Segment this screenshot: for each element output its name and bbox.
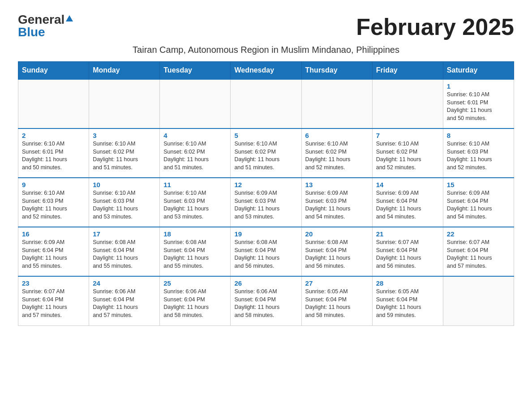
day-number: 1 [447,82,510,90]
logo-general-text: General [18,13,64,26]
calendar-cell: 21Sunrise: 6:07 AM Sunset: 6:04 PM Dayli… [372,227,443,276]
logo-blue-text: Blue [18,26,45,39]
day-number: 13 [305,181,369,188]
calendar-cell: 10Sunrise: 6:10 AM Sunset: 6:03 PM Dayli… [89,178,160,227]
col-thursday: Thursday [301,62,372,80]
day-info: Sunrise: 6:10 AM Sunset: 6:03 PM Dayligh… [163,189,227,221]
day-number: 12 [234,181,297,188]
day-info: Sunrise: 6:06 AM Sunset: 6:04 PM Dayligh… [163,288,227,319]
col-saturday: Saturday [443,62,514,80]
calendar-cell: 3Sunrise: 6:10 AM Sunset: 6:02 PM Daylig… [89,128,160,178]
calendar-cell: 22Sunrise: 6:07 AM Sunset: 6:04 PM Dayli… [443,227,514,276]
day-info: Sunrise: 6:08 AM Sunset: 6:04 PM Dayligh… [234,239,297,270]
day-info: Sunrise: 6:10 AM Sunset: 6:02 PM Dayligh… [234,140,297,171]
day-info: Sunrise: 6:10 AM Sunset: 6:01 PM Dayligh… [22,140,85,171]
day-info: Sunrise: 6:09 AM Sunset: 6:04 PM Dayligh… [447,189,510,221]
day-info: Sunrise: 6:07 AM Sunset: 6:04 PM Dayligh… [22,288,85,319]
day-number: 26 [234,279,297,287]
week-row-2: 2Sunrise: 6:10 AM Sunset: 6:01 PM Daylig… [18,128,514,178]
day-info: Sunrise: 6:08 AM Sunset: 6:04 PM Dayligh… [93,239,156,270]
logo-triangle-icon [66,15,73,21]
day-number: 5 [234,132,297,139]
day-info: Sunrise: 6:07 AM Sunset: 6:04 PM Dayligh… [376,239,439,270]
day-number: 15 [447,181,510,188]
calendar-cell: 2Sunrise: 6:10 AM Sunset: 6:01 PM Daylig… [18,128,89,178]
month-title: February 2025 [356,13,514,40]
day-number: 8 [447,132,510,139]
calendar-cell [231,79,301,128]
day-number: 7 [376,132,439,139]
day-info: Sunrise: 6:09 AM Sunset: 6:03 PM Dayligh… [305,189,369,221]
day-info: Sunrise: 6:07 AM Sunset: 6:04 PM Dayligh… [447,239,510,270]
calendar-header-row: Sunday Monday Tuesday Wednesday Thursday… [18,62,514,80]
calendar-cell: 7Sunrise: 6:10 AM Sunset: 6:02 PM Daylig… [372,128,443,178]
day-info: Sunrise: 6:09 AM Sunset: 6:03 PM Dayligh… [234,189,297,221]
calendar-cell: 9Sunrise: 6:10 AM Sunset: 6:03 PM Daylig… [18,178,89,227]
day-info: Sunrise: 6:10 AM Sunset: 6:01 PM Dayligh… [447,91,510,122]
calendar-cell [89,79,160,128]
calendar-cell: 18Sunrise: 6:08 AM Sunset: 6:04 PM Dayli… [160,227,231,276]
day-info: Sunrise: 6:06 AM Sunset: 6:04 PM Dayligh… [93,288,156,319]
day-number: 2 [22,132,85,139]
day-info: Sunrise: 6:10 AM Sunset: 6:02 PM Dayligh… [376,140,439,171]
calendar-cell: 19Sunrise: 6:08 AM Sunset: 6:04 PM Dayli… [231,227,301,276]
calendar-cell: 17Sunrise: 6:08 AM Sunset: 6:04 PM Dayli… [89,227,160,276]
calendar-cell: 5Sunrise: 6:10 AM Sunset: 6:02 PM Daylig… [231,128,301,178]
col-monday: Monday [89,62,160,80]
calendar-cell: 27Sunrise: 6:05 AM Sunset: 6:04 PM Dayli… [301,276,372,325]
day-info: Sunrise: 6:10 AM Sunset: 6:02 PM Dayligh… [93,140,156,171]
col-friday: Friday [372,62,443,80]
col-wednesday: Wednesday [231,62,301,80]
day-info: Sunrise: 6:09 AM Sunset: 6:04 PM Dayligh… [22,239,85,270]
location-subtitle: Tairan Camp, Autonomous Region in Muslim… [18,45,514,55]
calendar-cell: 11Sunrise: 6:10 AM Sunset: 6:03 PM Dayli… [160,178,231,227]
day-info: Sunrise: 6:05 AM Sunset: 6:04 PM Dayligh… [305,288,369,319]
calendar-cell: 26Sunrise: 6:06 AM Sunset: 6:04 PM Dayli… [231,276,301,325]
week-row-3: 9Sunrise: 6:10 AM Sunset: 6:03 PM Daylig… [18,178,514,227]
day-info: Sunrise: 6:10 AM Sunset: 6:03 PM Dayligh… [447,140,510,171]
calendar-cell: 28Sunrise: 6:05 AM Sunset: 6:04 PM Dayli… [372,276,443,325]
day-info: Sunrise: 6:10 AM Sunset: 6:02 PM Dayligh… [163,140,227,171]
day-info: Sunrise: 6:10 AM Sunset: 6:03 PM Dayligh… [22,189,85,221]
logo: General Blue [18,13,73,39]
calendar-cell [372,79,443,128]
day-number: 20 [305,230,369,238]
day-info: Sunrise: 6:06 AM Sunset: 6:04 PM Dayligh… [234,288,297,319]
calendar-table: Sunday Monday Tuesday Wednesday Thursday… [18,61,514,326]
col-tuesday: Tuesday [160,62,231,80]
day-number: 4 [163,132,227,139]
calendar-cell: 8Sunrise: 6:10 AM Sunset: 6:03 PM Daylig… [443,128,514,178]
week-row-4: 16Sunrise: 6:09 AM Sunset: 6:04 PM Dayli… [18,227,514,276]
day-number: 22 [447,230,510,238]
day-number: 25 [163,279,227,287]
calendar-cell: 4Sunrise: 6:10 AM Sunset: 6:02 PM Daylig… [160,128,231,178]
calendar-cell: 14Sunrise: 6:09 AM Sunset: 6:04 PM Dayli… [372,178,443,227]
col-sunday: Sunday [18,62,89,80]
week-row-1: 1Sunrise: 6:10 AM Sunset: 6:01 PM Daylig… [18,79,514,128]
calendar-cell: 12Sunrise: 6:09 AM Sunset: 6:03 PM Dayli… [231,178,301,227]
day-number: 9 [22,181,85,188]
calendar-cell: 16Sunrise: 6:09 AM Sunset: 6:04 PM Dayli… [18,227,89,276]
day-number: 10 [93,181,156,188]
calendar-cell [18,79,89,128]
day-number: 3 [93,132,156,139]
calendar-cell: 1Sunrise: 6:10 AM Sunset: 6:01 PM Daylig… [443,79,514,128]
day-number: 21 [376,230,439,238]
day-number: 28 [376,279,439,287]
day-number: 19 [234,230,297,238]
day-number: 16 [22,230,85,238]
day-info: Sunrise: 6:08 AM Sunset: 6:04 PM Dayligh… [163,239,227,270]
calendar-cell [443,276,514,325]
calendar-cell [160,79,231,128]
calendar-cell: 20Sunrise: 6:08 AM Sunset: 6:04 PM Dayli… [301,227,372,276]
calendar-cell: 25Sunrise: 6:06 AM Sunset: 6:04 PM Dayli… [160,276,231,325]
day-number: 11 [163,181,227,188]
calendar-cell: 24Sunrise: 6:06 AM Sunset: 6:04 PM Dayli… [89,276,160,325]
calendar-cell: 15Sunrise: 6:09 AM Sunset: 6:04 PM Dayli… [443,178,514,227]
day-number: 23 [22,279,85,287]
calendar-cell: 13Sunrise: 6:09 AM Sunset: 6:03 PM Dayli… [301,178,372,227]
day-info: Sunrise: 6:09 AM Sunset: 6:04 PM Dayligh… [376,189,439,221]
page-header: General Blue February 2025 [18,13,514,40]
day-info: Sunrise: 6:10 AM Sunset: 6:03 PM Dayligh… [93,189,156,221]
calendar-cell [301,79,372,128]
